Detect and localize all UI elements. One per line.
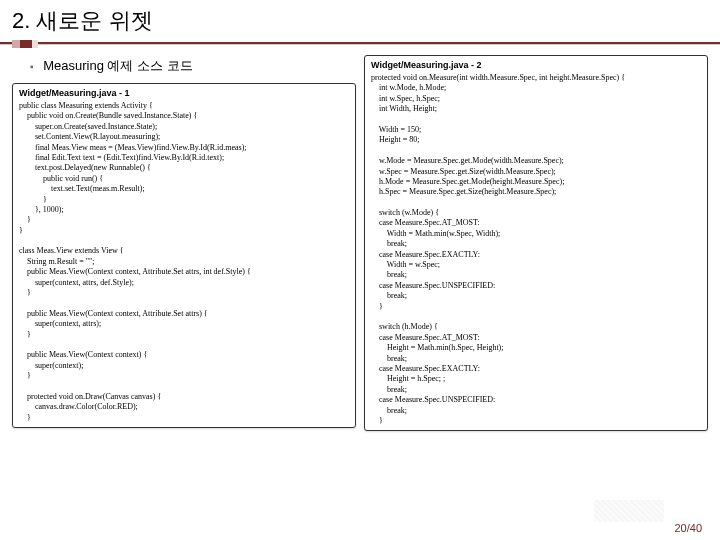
slide-title: 2. 새로운 위젯	[12, 6, 708, 36]
bullet-icon: ▪	[30, 61, 34, 72]
code-caption-left: Widget/Measuring.java - 1	[19, 88, 349, 101]
section-subhead: ▪ Measuring 예제 소스 코드	[12, 53, 356, 83]
code-block-right: protected void on.Measure(int width.Meas…	[371, 73, 701, 426]
subhead-text: Measuring 예제 소스 코드	[43, 58, 193, 73]
code-caption-right: Widget/Measuring.java - 2	[371, 60, 701, 73]
accent-block	[12, 40, 38, 48]
page-number: 20/40	[674, 522, 702, 534]
code-panel-right: Widget/Measuring.java - 2 protected void…	[364, 55, 708, 431]
footer-decoration	[594, 500, 664, 522]
code-panel-left: Widget/Measuring.java - 1 public class M…	[12, 83, 356, 428]
code-block-left: public class Measuring extends Activity …	[19, 101, 349, 423]
